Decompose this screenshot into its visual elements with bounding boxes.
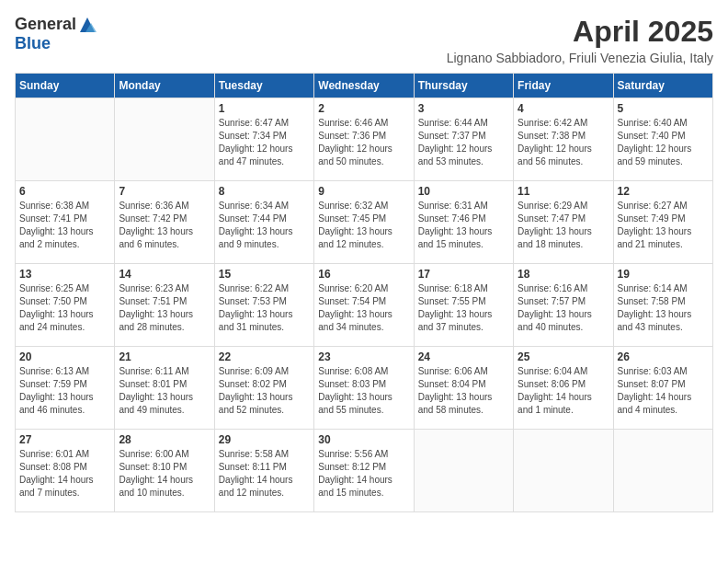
calendar-day-cell: 25Sunrise: 6:04 AMSunset: 8:06 PMDayligh… — [514, 347, 613, 430]
calendar-day-cell: 3Sunrise: 6:44 AMSunset: 7:37 PMDaylight… — [414, 98, 513, 181]
weekday-header: Friday — [514, 74, 613, 98]
day-info: Sunrise: 6:29 AMSunset: 7:47 PMDaylight:… — [518, 200, 609, 251]
logo: General Blue — [15, 15, 97, 53]
day-number: 18 — [518, 268, 609, 281]
day-info: Sunrise: 6:31 AMSunset: 7:46 PMDaylight:… — [418, 200, 509, 251]
calendar-day-cell: 16Sunrise: 6:20 AMSunset: 7:54 PMDayligh… — [314, 264, 414, 347]
day-number: 24 — [418, 350, 509, 363]
calendar-day-cell: 22Sunrise: 6:09 AMSunset: 8:02 PMDayligh… — [214, 347, 313, 430]
day-number: 17 — [418, 268, 509, 281]
calendar-day-cell: 12Sunrise: 6:27 AMSunset: 7:49 PMDayligh… — [613, 181, 712, 264]
day-number: 28 — [119, 433, 210, 446]
calendar-day-cell: 29Sunrise: 5:58 AMSunset: 8:11 PMDayligh… — [214, 430, 313, 512]
day-info: Sunrise: 6:47 AMSunset: 7:34 PMDaylight:… — [219, 117, 310, 168]
location-title: Lignano Sabbiadoro, Friuli Venezia Giuli… — [447, 51, 713, 65]
calendar-table: SundayMondayTuesdayWednesdayThursdayFrid… — [15, 73, 713, 512]
calendar-day-cell: 11Sunrise: 6:29 AMSunset: 7:47 PMDayligh… — [514, 181, 613, 264]
calendar-day-cell — [613, 430, 712, 512]
day-info: Sunrise: 6:46 AMSunset: 7:36 PMDaylight:… — [318, 117, 409, 168]
calendar-day-cell: 17Sunrise: 6:18 AMSunset: 7:55 PMDayligh… — [414, 264, 513, 347]
weekday-header: Saturday — [613, 74, 712, 98]
day-number: 30 — [318, 433, 409, 446]
day-number: 16 — [318, 268, 409, 281]
calendar-day-cell — [115, 98, 214, 181]
day-info: Sunrise: 6:01 AMSunset: 8:08 PMDaylight:… — [19, 448, 110, 500]
calendar-day-cell — [514, 430, 613, 512]
calendar-day-cell: 14Sunrise: 6:23 AMSunset: 7:51 PMDayligh… — [115, 264, 214, 347]
day-number: 15 — [219, 268, 310, 281]
calendar-week-row: 20Sunrise: 6:13 AMSunset: 7:59 PMDayligh… — [16, 347, 713, 430]
calendar-day-cell: 7Sunrise: 6:36 AMSunset: 7:42 PMDaylight… — [115, 181, 214, 264]
calendar-day-cell: 21Sunrise: 6:11 AMSunset: 8:01 PMDayligh… — [115, 347, 214, 430]
calendar-day-cell: 30Sunrise: 5:56 AMSunset: 8:12 PMDayligh… — [314, 430, 414, 512]
calendar-day-cell: 15Sunrise: 6:22 AMSunset: 7:53 PMDayligh… — [214, 264, 313, 347]
day-info: Sunrise: 6:08 AMSunset: 8:03 PMDaylight:… — [318, 365, 409, 417]
day-number: 10 — [418, 185, 509, 198]
day-number: 5 — [618, 102, 709, 115]
day-number: 13 — [19, 268, 110, 281]
calendar-day-cell: 4Sunrise: 6:42 AMSunset: 7:38 PMDaylight… — [514, 98, 613, 181]
day-number: 4 — [518, 102, 609, 115]
day-info: Sunrise: 6:40 AMSunset: 7:40 PMDaylight:… — [618, 117, 709, 168]
day-number: 23 — [318, 350, 409, 363]
day-info: Sunrise: 6:16 AMSunset: 7:57 PMDaylight:… — [518, 282, 609, 334]
calendar-header-row: SundayMondayTuesdayWednesdayThursdayFrid… — [16, 74, 713, 98]
day-info: Sunrise: 6:36 AMSunset: 7:42 PMDaylight:… — [119, 200, 210, 251]
month-title: April 2025 — [447, 15, 713, 49]
day-info: Sunrise: 6:04 AMSunset: 8:06 PMDaylight:… — [518, 365, 609, 417]
calendar-day-cell: 13Sunrise: 6:25 AMSunset: 7:50 PMDayligh… — [16, 264, 115, 347]
page-header: General Blue April 2025 Lignano Sabbiado… — [15, 15, 713, 65]
calendar-day-cell: 10Sunrise: 6:31 AMSunset: 7:46 PMDayligh… — [414, 181, 513, 264]
calendar-week-row: 6Sunrise: 6:38 AMSunset: 7:41 PMDaylight… — [16, 181, 713, 264]
title-section: April 2025 Lignano Sabbiadoro, Friuli Ve… — [447, 15, 713, 65]
day-info: Sunrise: 6:11 AMSunset: 8:01 PMDaylight:… — [119, 365, 210, 417]
logo-blue-text: Blue — [15, 34, 51, 53]
calendar-week-row: 1Sunrise: 6:47 AMSunset: 7:34 PMDaylight… — [16, 98, 713, 181]
day-info: Sunrise: 6:00 AMSunset: 8:10 PMDaylight:… — [119, 448, 210, 500]
weekday-header: Tuesday — [214, 74, 313, 98]
day-info: Sunrise: 6:38 AMSunset: 7:41 PMDaylight:… — [19, 200, 110, 251]
weekday-header: Monday — [115, 74, 214, 98]
day-number: 7 — [119, 185, 210, 198]
calendar-week-row: 27Sunrise: 6:01 AMSunset: 8:08 PMDayligh… — [16, 430, 713, 512]
calendar-day-cell: 20Sunrise: 6:13 AMSunset: 7:59 PMDayligh… — [16, 347, 115, 430]
day-info: Sunrise: 6:18 AMSunset: 7:55 PMDaylight:… — [418, 282, 509, 334]
day-info: Sunrise: 6:13 AMSunset: 7:59 PMDaylight:… — [19, 365, 110, 417]
day-number: 20 — [19, 350, 110, 363]
day-number: 6 — [19, 185, 110, 198]
day-number: 27 — [19, 433, 110, 446]
calendar-day-cell: 26Sunrise: 6:03 AMSunset: 8:07 PMDayligh… — [613, 347, 712, 430]
calendar-day-cell: 1Sunrise: 6:47 AMSunset: 7:34 PMDaylight… — [214, 98, 313, 181]
day-info: Sunrise: 6:06 AMSunset: 8:04 PMDaylight:… — [418, 365, 509, 417]
day-number: 3 — [418, 102, 509, 115]
calendar-day-cell: 2Sunrise: 6:46 AMSunset: 7:36 PMDaylight… — [314, 98, 414, 181]
calendar-day-cell: 24Sunrise: 6:06 AMSunset: 8:04 PMDayligh… — [414, 347, 513, 430]
day-number: 22 — [219, 350, 310, 363]
day-info: Sunrise: 6:23 AMSunset: 7:51 PMDaylight:… — [119, 282, 210, 334]
day-number: 21 — [119, 350, 210, 363]
day-info: Sunrise: 6:34 AMSunset: 7:44 PMDaylight:… — [219, 200, 310, 251]
day-info: Sunrise: 6:14 AMSunset: 7:58 PMDaylight:… — [618, 282, 709, 334]
calendar-day-cell: 9Sunrise: 6:32 AMSunset: 7:45 PMDaylight… — [314, 181, 414, 264]
day-info: Sunrise: 6:20 AMSunset: 7:54 PMDaylight:… — [318, 282, 409, 334]
day-info: Sunrise: 6:09 AMSunset: 8:02 PMDaylight:… — [219, 365, 310, 417]
calendar-day-cell: 19Sunrise: 6:14 AMSunset: 7:58 PMDayligh… — [613, 264, 712, 347]
logo-icon — [78, 16, 97, 34]
day-info: Sunrise: 6:42 AMSunset: 7:38 PMDaylight:… — [518, 117, 609, 168]
day-info: Sunrise: 6:25 AMSunset: 7:50 PMDaylight:… — [19, 282, 110, 334]
calendar-day-cell: 18Sunrise: 6:16 AMSunset: 7:57 PMDayligh… — [514, 264, 613, 347]
calendar-day-cell: 5Sunrise: 6:40 AMSunset: 7:40 PMDaylight… — [613, 98, 712, 181]
day-info: Sunrise: 6:03 AMSunset: 8:07 PMDaylight:… — [618, 365, 709, 417]
day-info: Sunrise: 6:44 AMSunset: 7:37 PMDaylight:… — [418, 117, 509, 168]
day-number: 2 — [318, 102, 409, 115]
calendar-day-cell — [414, 430, 513, 512]
day-info: Sunrise: 6:32 AMSunset: 7:45 PMDaylight:… — [318, 200, 409, 251]
day-number: 1 — [219, 102, 310, 115]
day-info: Sunrise: 6:27 AMSunset: 7:49 PMDaylight:… — [618, 200, 709, 251]
calendar-day-cell: 6Sunrise: 6:38 AMSunset: 7:41 PMDaylight… — [16, 181, 115, 264]
day-info: Sunrise: 6:22 AMSunset: 7:53 PMDaylight:… — [219, 282, 310, 334]
calendar-day-cell: 27Sunrise: 6:01 AMSunset: 8:08 PMDayligh… — [16, 430, 115, 512]
day-number: 19 — [618, 268, 709, 281]
calendar-day-cell: 28Sunrise: 6:00 AMSunset: 8:10 PMDayligh… — [115, 430, 214, 512]
day-number: 11 — [518, 185, 609, 198]
